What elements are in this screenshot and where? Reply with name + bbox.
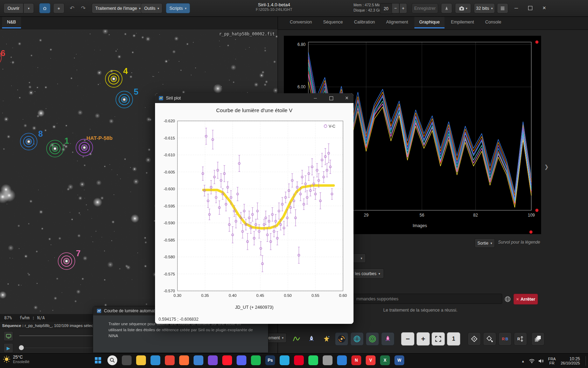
- file-explorer[interactable]: [136, 355, 146, 365]
- working-directory: F:\2025-10-24\LIGHT: [211, 7, 337, 12]
- export-button[interactable]: [441, 3, 452, 13]
- tab-conversion[interactable]: Conversion: [285, 16, 317, 28]
- open-dropdown-button[interactable]: ▾: [23, 3, 34, 13]
- photometry-arrow-icon[interactable]: [483, 332, 496, 346]
- tab-alignement[interactable]: Alignement: [381, 16, 413, 28]
- obs-studio[interactable]: [323, 355, 332, 365]
- speaker-icon[interactable]: [538, 359, 544, 363]
- mail[interactable]: [194, 355, 203, 365]
- undo-button[interactable]: ↶: [67, 3, 77, 13]
- discord[interactable]: [237, 355, 246, 365]
- snapshot-button[interactable]: ▾: [455, 3, 471, 13]
- telegram[interactable]: [280, 355, 289, 365]
- whatsapp[interactable]: [308, 355, 318, 365]
- tab-calibration[interactable]: Calibration: [349, 16, 380, 28]
- opera-browser[interactable]: [222, 355, 232, 365]
- star-annotation-HAT-P-58b[interactable]: HAT-P-58b: [76, 135, 113, 156]
- weather-widget[interactable]: 25°C Ensoleillé: [3, 355, 29, 364]
- thread-count-input[interactable]: [380, 3, 392, 14]
- star-annotation-4[interactable]: 4: [105, 66, 128, 87]
- zoom-in-button[interactable]: +: [416, 332, 430, 346]
- save-button[interactable]: Enregistrer: [412, 3, 438, 13]
- edge-browser[interactable]: [150, 355, 160, 365]
- clock[interactable]: 10:2526/10/2025: [561, 357, 580, 365]
- svg-text:7: 7: [76, 248, 80, 258]
- task-view[interactable]: [122, 355, 132, 365]
- minimize-button[interactable]: ─: [512, 4, 521, 13]
- zoom-out-button[interactable]: −: [401, 332, 414, 346]
- start-button[interactable]: [93, 355, 103, 365]
- chrome-browser[interactable]: [165, 355, 175, 365]
- increment-button[interactable]: +: [399, 3, 407, 13]
- language-globe-button[interactable]: [503, 294, 512, 304]
- show-desktop-button[interactable]: [586, 356, 587, 366]
- plot-maximize-button[interactable]: [324, 93, 338, 103]
- zoom-one-button[interactable]: 1: [447, 332, 460, 346]
- tools-menu[interactable]: Outils▾: [141, 3, 162, 13]
- layers-icon[interactable]: [531, 332, 545, 346]
- lightcurve-plot[interactable]: 0.300.350.400.450.500.550.60-0.620-0.615…: [155, 103, 354, 324]
- psf-curve-icon[interactable]: [290, 332, 303, 346]
- star-annotation-6[interactable]: 6: [0, 48, 5, 66]
- right-tabbar: ConversionSéquenceCalibrationAlignementG…: [278, 16, 588, 30]
- tab-empilement[interactable]: Empilement: [446, 16, 479, 28]
- vivaldi-browser[interactable]: V: [366, 355, 376, 365]
- svg-text:-0.615: -0.615: [163, 136, 175, 140]
- astrometry-rocket-icon[interactable]: [305, 332, 318, 346]
- tab-console[interactable]: Console: [480, 16, 506, 28]
- spiral-galaxy-icon[interactable]: [335, 332, 348, 346]
- firefox-browser[interactable]: [179, 355, 189, 365]
- netflix[interactable]: N: [351, 355, 361, 365]
- bit-depth-dropdown[interactable]: 32 bits▾: [474, 3, 495, 13]
- panel-expand-chevron[interactable]: ❯: [544, 164, 549, 170]
- star-annotation-5[interactable]: 5: [116, 87, 138, 108]
- plot-window-titlebar[interactable]: Siril plot ─ ×: [155, 93, 354, 103]
- pinterest[interactable]: [294, 355, 304, 365]
- rgb-compose-icon[interactable]: RB: [498, 332, 512, 346]
- photoshop[interactable]: Ps: [265, 355, 275, 365]
- siril-plot-window[interactable]: Siril plot ─ × 0.300.350.400.450.500.550…: [155, 93, 354, 324]
- wifi-icon[interactable]: [529, 359, 535, 363]
- photos[interactable]: [208, 355, 218, 365]
- svg-text:0.45: 0.45: [256, 293, 264, 298]
- maximize-button[interactable]: [526, 4, 535, 13]
- decrement-button[interactable]: −: [392, 3, 399, 13]
- star-annotation-1[interactable]: 1: [47, 136, 69, 157]
- tab-nb[interactable]: N&B: [2, 16, 21, 28]
- stop-button[interactable]: × Arrêter: [513, 294, 538, 305]
- tab-séquence[interactable]: Séquence: [318, 16, 348, 28]
- titlebar: Ouvrir ▾ ● ↶ ↷ Traitement de l'image▾ Ou…: [0, 0, 588, 17]
- language-indicator[interactable]: FRAFR: [548, 357, 556, 365]
- quick-photometry-icon[interactable]: [468, 332, 481, 346]
- excel[interactable]: X: [380, 355, 390, 365]
- star-annotation-8[interactable]: 8: [20, 129, 43, 150]
- close-button[interactable]: ×: [540, 4, 549, 13]
- svg-text:-0.595: -0.595: [163, 204, 175, 208]
- search[interactable]: [107, 355, 117, 365]
- word[interactable]: W: [394, 355, 404, 365]
- plot-close-button[interactable]: ×: [340, 93, 354, 103]
- star-wand-icon[interactable]: [320, 332, 333, 346]
- image-processing-menu[interactable]: Traitement de l'image▾: [92, 3, 144, 13]
- svg-text:-0.575: -0.575: [163, 272, 175, 276]
- globe-annotations-icon[interactable]: [350, 332, 364, 346]
- spotify[interactable]: [251, 355, 261, 365]
- scripts-menu[interactable]: Scripts▾: [166, 3, 190, 13]
- sortie-dropdown[interactable]: Sortie▾: [475, 238, 495, 248]
- open-button[interactable]: Ouvrir: [4, 3, 23, 13]
- tray-chevron-icon[interactable]: ▴: [522, 359, 524, 363]
- zoom-fit-button[interactable]: [432, 332, 445, 346]
- redo-button[interactable]: ↷: [78, 3, 88, 13]
- vs-code[interactable]: [337, 355, 347, 365]
- hamburger-menu-button[interactable]: [497, 3, 508, 13]
- record-button[interactable]: ●: [53, 3, 64, 13]
- rgb-align-icon[interactable]: R: [514, 332, 527, 346]
- home-button[interactable]: [39, 3, 50, 13]
- bottom-toolbar: tement▾ −+1RBR: [0, 332, 588, 347]
- download-icon: [444, 5, 449, 11]
- star-annotation-7[interactable]: 7: [58, 248, 80, 270]
- plot-minimize-button[interactable]: ─: [309, 93, 322, 103]
- exoplanet-rocket-icon[interactable]: [381, 332, 394, 346]
- photometry-target-icon[interactable]: [366, 332, 379, 346]
- tab-graphique[interactable]: Graphique: [414, 16, 444, 28]
